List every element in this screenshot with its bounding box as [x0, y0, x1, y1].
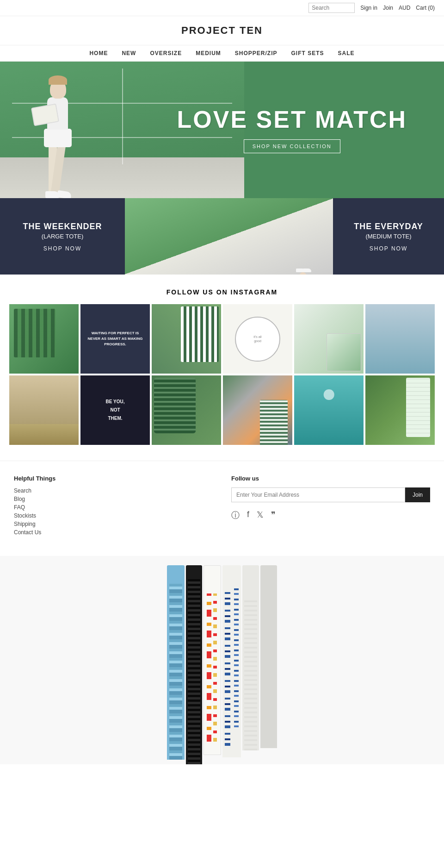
currency-selector[interactable]: AUD: [399, 5, 410, 11]
footer-link-stockists[interactable]: Stockists: [14, 512, 213, 519]
cart-link[interactable]: Cart (0): [416, 5, 435, 11]
footer-helpful: Helpful Things Search Blog FAQ Stockists…: [14, 475, 213, 537]
twitter-social-link[interactable]: 𝕏: [257, 510, 264, 521]
signin-link[interactable]: Sign in: [360, 5, 377, 11]
main-nav: HOME NEW OVERSIZE MEDIUM SHOPPER/ZIP GIF…: [0, 45, 444, 62]
footer-follow: Follow us Join ⓘ f 𝕏 ❞: [231, 475, 430, 537]
footer-join-button[interactable]: Join: [405, 487, 430, 502]
nav-new[interactable]: NEW: [122, 50, 136, 56]
product-strip-4: [222, 565, 241, 757]
footer-email-row: Join: [231, 487, 430, 502]
join-link[interactable]: Join: [383, 5, 393, 11]
hero-title: LOVE SET MATCH: [177, 106, 407, 133]
everyday-shop-now[interactable]: SHOP NOW: [370, 245, 407, 252]
instagram-post-3[interactable]: [152, 304, 221, 374]
instagram-post-6[interactable]: [365, 304, 435, 374]
hero-banner: LOVE SET MATCH SHOP NEW COLLECTION: [0, 62, 444, 198]
nav-shopper-zip[interactable]: SHOPPER/ZIP: [235, 50, 278, 56]
nav-sale[interactable]: SALE: [338, 50, 355, 56]
top-bar: Sign in Join AUD Cart (0): [0, 0, 444, 16]
footer-follow-title: Follow us: [231, 475, 430, 482]
weekender-banner: THE WEEKENDER (LARGE TOTE) SHOP NOW: [0, 198, 125, 275]
product-strip-2: [186, 565, 202, 764]
nav-medium[interactable]: MEDIUM: [196, 50, 221, 56]
instagram-post-9[interactable]: [152, 375, 221, 445]
product-strip-5: [242, 565, 259, 750]
tote-banners: THE WEEKENDER (LARGE TOTE) SHOP NOW THE …: [0, 198, 444, 275]
instagram-post-4[interactable]: it's allgood: [223, 304, 292, 374]
footer-link-contact[interactable]: Contact Us: [14, 529, 213, 536]
weekender-shop-now[interactable]: SHOP NOW: [43, 245, 81, 252]
instagram-grid-row1: WAITING FOR PERFECT IS NEVER AS SMART AS…: [9, 304, 435, 374]
everyday-subtitle: (MEDIUM TOTE): [365, 233, 411, 240]
product-preview: [0, 556, 444, 764]
header: PROJECT TEN: [0, 16, 444, 45]
instagram-post-11[interactable]: [294, 375, 364, 445]
product-strip-1: [167, 565, 185, 760]
instagram-post-10[interactable]: [223, 375, 292, 445]
pinterest-social-link[interactable]: ❞: [271, 510, 276, 521]
instagram-section: FOLLOW US ON INSTAGRAM WAITING FOR PERFE…: [0, 275, 444, 456]
footer-link-shipping[interactable]: Shipping: [14, 521, 213, 527]
product-strips: [167, 565, 277, 755]
footer-link-faq[interactable]: FAQ: [14, 504, 213, 511]
weekender-subtitle: (LARGE TOTE): [42, 233, 84, 240]
footer-helpful-title: Helpful Things: [14, 475, 213, 482]
footer-link-search[interactable]: Search: [14, 487, 213, 494]
nav-gift-sets[interactable]: GIFT SETS: [291, 50, 324, 56]
product-strip-3: [204, 565, 221, 755]
instagram-post-1[interactable]: [9, 304, 79, 374]
instagram-post-5[interactable]: [294, 304, 364, 374]
hero-content: LOVE SET MATCH SHOP NEW COLLECTION: [177, 106, 444, 153]
search-input[interactable]: [308, 3, 355, 13]
nav-home[interactable]: HOME: [89, 50, 108, 56]
instagram-post-7[interactable]: [9, 375, 79, 445]
logo[interactable]: PROJECT TEN: [181, 25, 263, 37]
instagram-grid-row2: BE YOU,NOTTHEM.: [9, 375, 435, 445]
weekender-title: THE WEEKENDER: [23, 221, 102, 232]
everyday-title: THE EVERYDAY: [354, 221, 423, 232]
everyday-banner: THE EVERYDAY (MEDIUM TOTE) SHOP NOW: [333, 198, 444, 275]
instagram-social-link[interactable]: ⓘ: [231, 510, 240, 521]
instagram-post-12[interactable]: [365, 375, 435, 445]
nav-oversize[interactable]: OVERSIZE: [150, 50, 182, 56]
footer: Helpful Things Search Blog FAQ Stockists…: [0, 461, 444, 547]
instagram-post-8[interactable]: BE YOU,NOTTHEM.: [80, 375, 150, 445]
tote-center-image: [125, 198, 333, 275]
instagram-post-2[interactable]: WAITING FOR PERFECT IS NEVER AS SMART AS…: [80, 304, 150, 374]
hero-cta-button[interactable]: SHOP NEW COLLECTION: [244, 139, 340, 153]
instagram-title: FOLLOW US ON INSTAGRAM: [9, 288, 435, 296]
footer-email-input[interactable]: [231, 487, 405, 502]
facebook-social-link[interactable]: f: [247, 510, 249, 521]
product-strip-6: [260, 565, 277, 748]
footer-link-blog[interactable]: Blog: [14, 496, 213, 502]
footer-social: ⓘ f 𝕏 ❞: [231, 510, 430, 521]
